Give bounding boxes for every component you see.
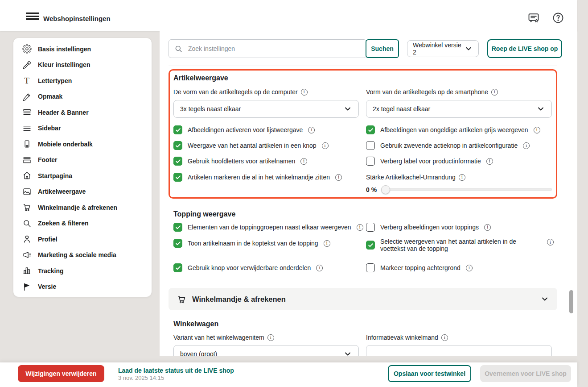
info-icon[interactable] bbox=[523, 142, 530, 149]
checkbox-label: Toon artikelnaam in de koptekst van de t… bbox=[188, 240, 318, 247]
search-button[interactable]: Suchen bbox=[366, 39, 399, 58]
checkbox-label: Markeer topping achtergrond bbox=[380, 264, 461, 271]
sidebar-item-label: Header & Banner bbox=[38, 109, 89, 116]
settings-sidebar: Basis instellingen Kleur instellingen T … bbox=[13, 38, 152, 297]
save-test-shop-button[interactable]: Opslaan voor testwinkel bbox=[388, 365, 471, 382]
cart-info-box-label: Informatievak winkelmand bbox=[366, 334, 448, 341]
sidebar-item-marketing[interactable]: Marketing & sociale media bbox=[13, 247, 152, 263]
sidebar-item-label: Sidebar bbox=[38, 125, 61, 132]
top-header: Webshopinstellingen bbox=[0, 0, 577, 31]
info-icon[interactable] bbox=[267, 334, 274, 341]
hamburger-menu-icon[interactable] bbox=[26, 12, 39, 20]
divider bbox=[169, 66, 557, 66]
megaphone-icon bbox=[22, 250, 32, 260]
checkbox[interactable] bbox=[173, 125, 182, 134]
sidebar-item-label: Lettertypen bbox=[38, 77, 72, 84]
border-slider-label: Stärke Artikelkachel-Umrandung bbox=[366, 174, 465, 181]
info-icon[interactable] bbox=[316, 265, 323, 271]
help-icon[interactable] bbox=[552, 12, 564, 24]
checkbox[interactable] bbox=[173, 157, 182, 166]
sidebar-item-versie[interactable]: Versie bbox=[13, 279, 152, 295]
open-live-shop-button[interactable]: Roep de LIVE shop op bbox=[487, 39, 562, 58]
sidebar-item-lettertypen[interactable]: T Lettertypen bbox=[13, 73, 152, 89]
feedback-icon[interactable] bbox=[527, 12, 540, 24]
discard-changes-button[interactable]: Wijzigingen verwijderen bbox=[18, 365, 104, 382]
checkbox[interactable] bbox=[366, 241, 375, 250]
sidebar-item-profiel[interactable]: Profiel bbox=[13, 231, 152, 247]
cart-icon bbox=[177, 294, 187, 304]
info-icon[interactable] bbox=[547, 239, 554, 246]
computer-tiles-select[interactable]: 3x tegels naast elkaar bbox=[173, 100, 359, 118]
sidebar-item-mobiele-onderbalk[interactable]: Mobiele onderbalk bbox=[13, 136, 152, 152]
checkbox[interactable] bbox=[366, 125, 375, 134]
chevron-down-icon bbox=[343, 104, 352, 113]
info-icon[interactable] bbox=[308, 127, 315, 133]
info-icon[interactable] bbox=[300, 158, 307, 165]
checkbox-row: Elementen van de toppinggroepen naast el… bbox=[173, 223, 363, 232]
info-icon[interactable] bbox=[484, 224, 491, 231]
chevron-down-icon bbox=[464, 44, 473, 53]
info-icon[interactable] bbox=[357, 224, 363, 231]
border-slider-thumb[interactable] bbox=[381, 185, 390, 194]
checkbox[interactable] bbox=[366, 263, 375, 272]
checkbox[interactable] bbox=[366, 141, 375, 150]
sidebar-item-startpagina[interactable]: Startpagina bbox=[13, 168, 152, 184]
smartphone-tiles-select[interactable]: 2x tegel naast elkaar bbox=[366, 100, 552, 118]
border-slider-value: 0 % bbox=[366, 186, 377, 193]
checkbox[interactable] bbox=[173, 223, 182, 232]
info-icon[interactable] bbox=[486, 158, 493, 165]
scrollbar-thumb[interactable] bbox=[569, 290, 573, 313]
info-icon[interactable] bbox=[335, 174, 342, 181]
checkbox[interactable] bbox=[173, 239, 182, 248]
info-icon[interactable] bbox=[324, 240, 330, 247]
checkbox[interactable] bbox=[173, 263, 182, 272]
version-select-value: Webwinkel versie 2 bbox=[413, 42, 464, 56]
sidebar-item-label: Mobiele onderbalk bbox=[38, 141, 93, 148]
apply-live-shop-button[interactable]: Overnemen voor LIVE shop bbox=[480, 365, 571, 382]
checkbox-row: Gebruik zwevende actieknop in artikelcon… bbox=[366, 141, 530, 150]
border-slider-track[interactable] bbox=[382, 188, 552, 191]
sidebar-item-artikelweergave[interactable]: Artikelweergave bbox=[13, 184, 152, 200]
info-icon[interactable] bbox=[491, 89, 498, 96]
checkbox[interactable] bbox=[173, 141, 182, 150]
checkbox[interactable] bbox=[173, 173, 182, 182]
section-winkelmandje-afrekenen[interactable]: Winkelmandje & afrekenen bbox=[169, 288, 557, 310]
info-icon[interactable] bbox=[322, 142, 329, 149]
color-picker-icon bbox=[22, 60, 32, 70]
cart-item-variant-select[interactable]: boven (groot) bbox=[173, 345, 359, 363]
info-icon[interactable] bbox=[459, 174, 465, 181]
info-icon[interactable] bbox=[441, 334, 448, 341]
sidebar-item-label: Winkelmandje & afrekenen bbox=[38, 204, 117, 211]
sidebar-item-tracking[interactable]: Tracking bbox=[13, 263, 152, 279]
checkbox-row: Gebruik knop voor verwijderbare onderdel… bbox=[173, 263, 323, 272]
search-input[interactable] bbox=[187, 45, 361, 53]
webshop-version-select[interactable]: Webwinkel versie 2 bbox=[407, 40, 479, 57]
info-icon[interactable] bbox=[466, 265, 473, 271]
info-icon[interactable] bbox=[534, 127, 540, 133]
sidebar-item-label: Kleur instellingen bbox=[38, 61, 90, 68]
checkbox-row: Weergave van het aantal artikelen in een… bbox=[173, 141, 329, 150]
checkbox[interactable] bbox=[366, 157, 375, 166]
sidebar-item-zoeken-filteren[interactable]: Zoeken & filteren bbox=[13, 216, 152, 232]
sidebar-item-label: Profiel bbox=[38, 236, 58, 243]
sidebar-item-sidebar[interactable]: Sidebar bbox=[13, 121, 152, 137]
user-icon bbox=[22, 234, 32, 244]
load-live-status-link[interactable]: Laad de laatste status uit de LIVE shop bbox=[118, 367, 234, 374]
sidebar-item-opmaak[interactable]: Opmaak bbox=[13, 89, 152, 105]
home-icon bbox=[22, 171, 32, 181]
sidebar-item-kleur-instellingen[interactable]: Kleur instellingen bbox=[13, 57, 152, 73]
sidebar-item-winkelmandje[interactable]: Winkelmandje & afrekenen bbox=[13, 200, 152, 216]
cart-info-box-input[interactable] bbox=[366, 345, 552, 363]
computer-tiles-label: De vorm van de artikeltegels op de compu… bbox=[173, 88, 308, 96]
sidebar-item-footer[interactable]: Footer bbox=[13, 152, 152, 168]
pencil-icon bbox=[22, 92, 32, 101]
sidebar-item-header-banner[interactable]: Header & Banner bbox=[13, 104, 152, 121]
chevron-down-icon[interactable] bbox=[540, 295, 549, 304]
sidebar-item-basis-instellingen[interactable]: Basis instellingen bbox=[13, 41, 152, 57]
checkbox-label: Gebruik hoofdletters voor artikelnamen bbox=[188, 158, 295, 165]
sidebar-item-label: Footer bbox=[38, 156, 58, 163]
header-banner-icon bbox=[22, 108, 32, 117]
checkbox[interactable] bbox=[366, 223, 375, 232]
info-icon[interactable] bbox=[301, 89, 308, 96]
search-settings-field bbox=[169, 39, 366, 58]
